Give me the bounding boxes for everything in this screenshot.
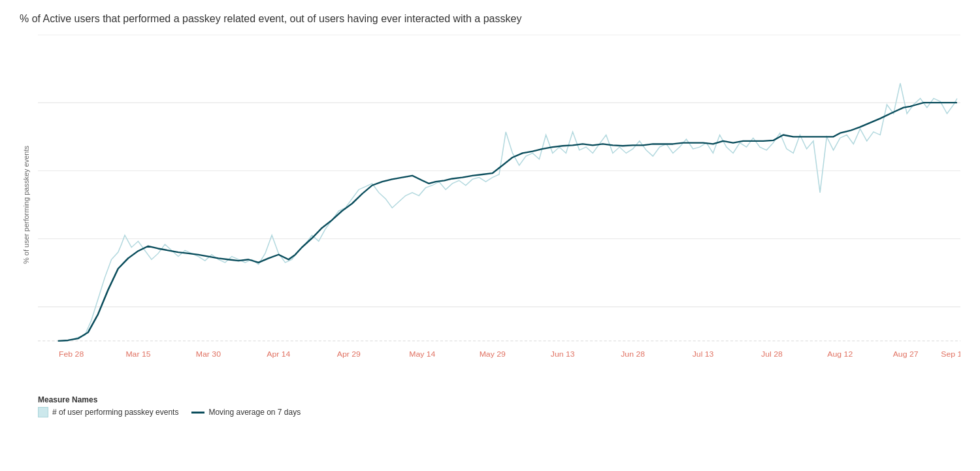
legend-items: # of user performing passkey events Movi… [38, 407, 301, 417]
svg-text:Mar 30: Mar 30 [196, 350, 221, 358]
main-chart-svg: 5% 4% 3% 2% 1% 0% Feb 28 Mar 15 Mar 30 A… [38, 35, 960, 375]
moving-avg-swatch [191, 412, 204, 414]
legend-title: Measure Names [38, 395, 301, 404]
svg-text:Aug 12: Aug 12 [827, 350, 853, 358]
svg-text:Jun 13: Jun 13 [551, 350, 575, 358]
raw-data-swatch [38, 407, 48, 417]
svg-text:Aug 27: Aug 27 [893, 350, 919, 358]
legend-item-moving-avg: Moving average on 7 days [191, 408, 301, 417]
svg-text:Apr 14: Apr 14 [267, 350, 291, 358]
legend-label-raw: # of user performing passkey events [52, 408, 178, 417]
svg-text:Jul 13: Jul 13 [693, 350, 714, 358]
chart-legend: Measure Names # of user performing passk… [38, 395, 301, 417]
chart-area: % of user performing passkey events 5% 4… [20, 35, 960, 375]
chart-inner: 5% 4% 3% 2% 1% 0% Feb 28 Mar 15 Mar 30 A… [38, 35, 960, 375]
svg-text:Jul 28: Jul 28 [761, 350, 783, 358]
chart-container: % of Active users that performed a passk… [0, 0, 980, 471]
raw-data-line [58, 83, 957, 340]
svg-text:May 29: May 29 [480, 350, 506, 358]
y-axis-label: % of user performing passkey events [20, 35, 33, 375]
svg-text:May 14: May 14 [409, 350, 436, 358]
svg-text:Mar 15: Mar 15 [125, 350, 151, 358]
legend-label-moving-avg: Moving average on 7 days [208, 408, 301, 417]
legend-item-raw: # of user performing passkey events [38, 407, 178, 417]
svg-text:Sep 11: Sep 11 [941, 350, 960, 358]
svg-text:Feb 28: Feb 28 [59, 350, 84, 358]
svg-text:Jun 28: Jun 28 [621, 350, 645, 358]
chart-title: % of Active users that performed a passk… [20, 13, 960, 25]
svg-text:Apr 29: Apr 29 [337, 350, 361, 358]
